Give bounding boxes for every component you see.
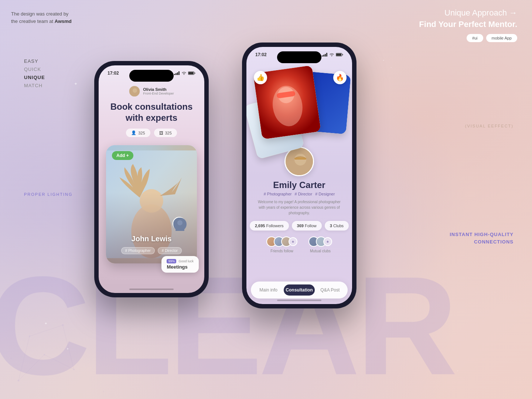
emily-follow-label: Follow	[305, 224, 317, 228]
phone-right-screen: 17:02	[246, 47, 352, 304]
fire-badge: 🔥	[333, 71, 347, 84]
battery-icon	[188, 71, 195, 75]
headline-line1: Unique Approach →	[419, 7, 517, 19]
signal-icon	[174, 71, 180, 75]
svg-point-10	[29, 335, 30, 337]
phone1-card: Add + John Lewis # Photographer # Direct…	[106, 145, 197, 263]
svg-point-6	[18, 380, 20, 382]
stat-pill-1: 👤 325	[126, 129, 150, 137]
phone-left-status-icons	[174, 71, 195, 75]
emily-clubs-label: Clubs	[333, 224, 344, 228]
meetings-text: Meetings	[167, 264, 194, 270]
svg-rect-14	[175, 73, 177, 75]
phone-right-home-indicator	[277, 300, 321, 301]
svg-rect-16	[178, 71, 180, 75]
label-match: MATCH	[24, 82, 45, 90]
star-3: ✦	[66, 347, 69, 351]
emily-clubs-bubble[interactable]: 3 Clubs	[325, 221, 349, 231]
tab-bar: Main info Consultation Q&A Post	[251, 282, 348, 299]
emily-clubs-count: 3	[330, 224, 332, 228]
john-tags: # Photographer # Director	[106, 247, 197, 254]
emily-name: Emily Carter	[273, 180, 325, 190]
clubs-plus: +	[323, 237, 332, 246]
phone-right-status-icons	[322, 53, 343, 57]
follow-section: + Friends follow + Mutual clubs	[266, 236, 332, 253]
svg-point-28	[177, 220, 183, 225]
friends-plus: +	[289, 237, 297, 246]
stat-pill-2: 🖼 325	[154, 129, 177, 137]
credit-line2: the creative team at	[11, 18, 55, 24]
user-name-role: Olivia Smith Front-End Developer	[143, 87, 174, 95]
star-1: ✦	[74, 81, 78, 86]
phone-left-statusbar: 17:02	[99, 71, 204, 76]
credit-brand: Awsmd	[55, 18, 72, 24]
thumbs-up-badge: 👍	[254, 71, 267, 84]
phone-left-time: 17:02	[108, 71, 119, 76]
friends-avatars: +	[266, 236, 297, 247]
mutual-clubs-label: Mutual clubs	[310, 249, 331, 253]
user-role: Front-End Developer	[143, 92, 174, 95]
svg-rect-31	[323, 55, 324, 57]
phone-left: 17:02	[94, 61, 209, 297]
headline: Unique Approach → Find Your Perfect Ment…	[419, 7, 517, 30]
svg-point-8	[73, 369, 75, 370]
phone1-title: Book consultations with experts	[99, 101, 204, 123]
friends-follow-label: Friends follow	[270, 249, 293, 253]
emily-tags: # Photographer # Director # Designer	[264, 192, 335, 196]
credit-text: The design was created by the creative t…	[11, 10, 72, 25]
emily-follow-bubble[interactable]: 369 Follow	[292, 221, 322, 231]
instant-line2: CONNECTIONS	[450, 238, 514, 246]
user-avatar-olivia	[129, 86, 140, 97]
john-avatar	[173, 217, 186, 230]
credit-line1: The design was created by	[11, 11, 68, 17]
svg-rect-19	[188, 72, 194, 74]
headline-line2: Find Your Perfect Mentor.	[419, 19, 517, 30]
phone-left-home-indicator	[129, 289, 174, 290]
tab-main-info[interactable]: Main info	[253, 284, 284, 296]
stat1-icon: 👤	[131, 130, 136, 135]
emily-tag3: # Designer	[315, 192, 335, 196]
left-labels-section: EASY QUICK UNIQUE MATCH	[24, 57, 45, 90]
visual-effect-label: (VISUAL EEFFECT)	[465, 124, 514, 128]
tab-consultation[interactable]: Consultation	[284, 284, 314, 296]
clubs-avatars: +	[308, 236, 332, 247]
stat1-value: 325	[138, 131, 145, 135]
meeting-label-text: Good luck	[178, 259, 194, 263]
svg-point-9	[62, 324, 64, 326]
svg-line-5	[18, 336, 30, 381]
star-5: ●	[391, 66, 392, 68]
signal-icon-r	[322, 53, 328, 57]
svg-rect-30	[322, 55, 323, 57]
svg-point-17	[184, 74, 184, 75]
phone1-user-info: Olivia Smith Front-End Developer	[129, 86, 174, 97]
phone1-stats: 👤 325 🖼 325	[126, 129, 177, 137]
emily-tag1: # Photographer	[264, 192, 292, 196]
battery-icon-r	[336, 53, 343, 57]
svg-rect-0	[0, 0, 111, 55]
emily-followers-bubble[interactable]: 2,695 Followers	[250, 221, 289, 231]
svg-point-7	[44, 354, 45, 355]
emily-avatar	[284, 147, 314, 176]
instant-line1: INSTANT HIGH-QUALITY	[450, 231, 514, 238]
emily-bio: Welcome to my page! A professional photo…	[246, 199, 352, 216]
background-grid	[0, 0, 111, 55]
phone1-title-line1: Book consultations	[110, 102, 193, 112]
svg-point-22	[133, 88, 137, 93]
tag-ui: #ui	[467, 34, 483, 42]
add-button[interactable]: Add +	[112, 151, 133, 160]
emily-stats-row: 2,695 Followers 369 Follow 3 Clubs	[250, 221, 349, 231]
svg-point-12	[103, 391, 104, 392]
svg-line-4	[30, 325, 63, 336]
emily-followers-count: 2,695	[255, 224, 265, 228]
tab-qa-post[interactable]: Q&A Post	[315, 284, 345, 296]
star-8: ●	[457, 369, 458, 372]
meeting-bubble: 99% Good luck Meetings	[161, 256, 199, 273]
phone-right-time: 17:02	[255, 52, 267, 57]
friends-follow-group: + Friends follow	[266, 236, 297, 253]
meeting-percent: 99%	[167, 259, 176, 263]
svg-line-1	[18, 355, 44, 381]
svg-rect-15	[177, 72, 178, 75]
svg-rect-13	[174, 74, 175, 75]
stat2-value: 325	[165, 131, 172, 135]
svg-rect-36	[336, 54, 341, 56]
